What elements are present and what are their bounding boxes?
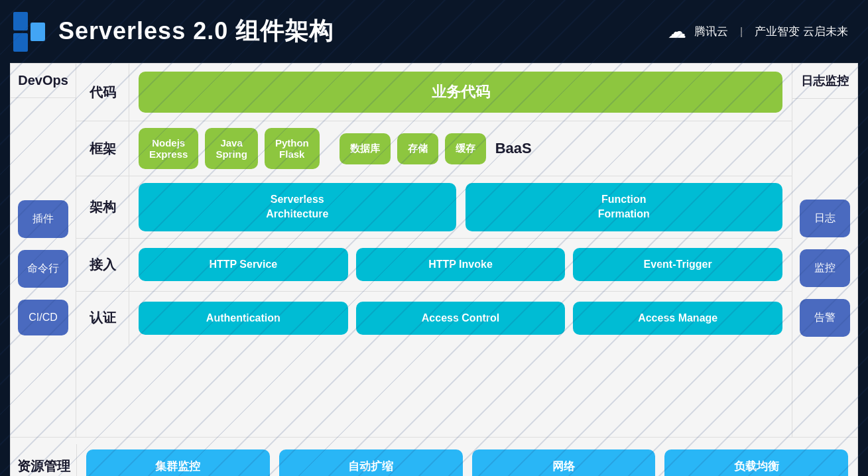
label-resource: 资源管理 (11, 444, 77, 476)
header-divider: | (740, 26, 743, 38)
auth-access-control[interactable]: Access Control (356, 302, 566, 335)
monitor-items: 日志 监控 告警 (794, 99, 855, 437)
access-event-trigger[interactable]: Event-Trigger (573, 248, 782, 281)
devops-items: 插件 命令行 CI/CD (13, 98, 74, 437)
label-access: 接入 (76, 239, 129, 291)
row-auth: 认证 Authentication Access Control Access … (76, 292, 792, 345)
access-http-service[interactable]: HTTP Service (139, 248, 348, 281)
auth-access-manage[interactable]: Access Manage (573, 302, 782, 335)
row-access: 接入 HTTP Service HTTP Invoke Event-Trigge… (76, 239, 792, 292)
business-code-btn[interactable]: 业务代码 (139, 72, 782, 113)
sidebar-item-log[interactable]: 日志 (800, 200, 850, 237)
framework-python[interactable]: Python Flask (265, 128, 320, 169)
logo-icon (13, 12, 46, 52)
label-auth: 认证 (76, 292, 129, 345)
baas-label: BaaS (495, 140, 532, 157)
sidebar-item-monitor[interactable]: 监控 (800, 249, 850, 287)
svg-rect-0 (13, 12, 28, 30)
framework-nodejs[interactable]: Nodejs Express (139, 128, 198, 169)
page-title: Serverless 2.0 组件架构 (58, 15, 334, 48)
framework-db[interactable]: 数据库 (340, 133, 391, 164)
monitor-header: 日志监控 (792, 64, 857, 99)
svg-rect-2 (31, 23, 45, 41)
sidebar-monitor: 日志监控 日志 监控 告警 (792, 63, 858, 438)
header-right: ☁ 腾讯云 | 产业智变 云启未来 (668, 21, 848, 42)
arch-serverless[interactable]: Serverless Architecture (139, 183, 456, 231)
label-code: 代码 (76, 64, 129, 121)
framework-cache[interactable]: 缓存 (445, 133, 486, 164)
brand-name: 腾讯云 (694, 24, 728, 39)
content-arch: Serverless Architecture Function Formati… (129, 176, 792, 238)
sidebar-item-plugin[interactable]: 插件 (18, 200, 68, 238)
auth-authentication[interactable]: Authentication (139, 302, 348, 335)
resource-autoscale[interactable]: 自动扩缩 (279, 449, 463, 476)
center-content: 代码 业务代码 框架 Nodejs Express Java Spring (76, 63, 792, 438)
header: Serverless 2.0 组件架构 ☁ 腾讯云 | 产业智变 云启未来 (0, 0, 868, 63)
sidebar-item-cicd[interactable]: CI/CD (18, 300, 68, 335)
row-code: 代码 业务代码 (76, 64, 792, 121)
main-wrapper: DevOps 插件 命令行 CI/CD 代码 业务代码 框架 Nodejs Ex… (10, 63, 858, 438)
content-framework: Nodejs Express Java Spring Python Flask … (129, 121, 792, 176)
resource-network[interactable]: 网络 (472, 449, 656, 476)
framework-java[interactable]: Java Spring (205, 128, 258, 169)
content-resource: 集群监控 自动扩缩 网络 负载均衡 (77, 444, 857, 476)
label-framework: 框架 (76, 121, 129, 176)
framework-right: 数据库 存储 缓存 BaaS (340, 133, 532, 164)
access-http-invoke[interactable]: HTTP Invoke (356, 248, 566, 281)
resource-loadbalance[interactable]: 负载均衡 (664, 449, 848, 476)
row-resource: 资源管理 集群监控 自动扩缩 网络 负载均衡 (10, 438, 858, 476)
header-left: Serverless 2.0 组件架构 (13, 12, 334, 52)
devops-header: DevOps (11, 64, 76, 98)
content-code: 业务代码 (129, 64, 792, 121)
resource-cluster[interactable]: 集群监控 (86, 449, 270, 476)
sidebar-item-cli[interactable]: 命令行 (18, 250, 68, 288)
svg-rect-1 (13, 33, 28, 52)
content-access: HTTP Service HTTP Invoke Event-Trigger (129, 239, 792, 291)
content-auth: Authentication Access Control Access Man… (129, 292, 792, 345)
sidebar-devops: DevOps 插件 命令行 CI/CD (10, 63, 76, 438)
bottom-section: 资源管理 集群监控 自动扩缩 网络 负载均衡 基础设施 Kubernetes 轻… (10, 438, 858, 476)
header-slogan: 产业智变 云启未来 (755, 24, 848, 39)
row-arch: 架构 Serverless Architecture Function Form… (76, 176, 792, 239)
arch-function[interactable]: Function Formation (465, 183, 783, 231)
cloud-icon: ☁ (668, 21, 686, 42)
framework-storage[interactable]: 存储 (397, 133, 438, 164)
sidebar-item-alert[interactable]: 告警 (800, 299, 850, 337)
framework-left: Nodejs Express Java Spring Python Flask (139, 128, 320, 169)
label-arch: 架构 (76, 176, 129, 238)
row-framework: 框架 Nodejs Express Java Spring Python Fla… (76, 121, 792, 176)
